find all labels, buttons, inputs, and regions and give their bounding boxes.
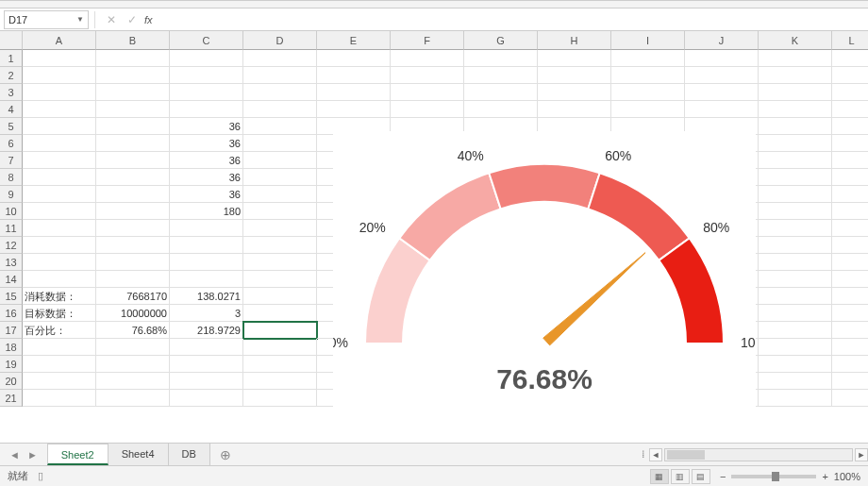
cell-A3[interactable] [23, 84, 96, 101]
fx-label[interactable]: fx [144, 14, 153, 25]
cell-L7[interactable] [832, 152, 868, 169]
cell-A18[interactable] [23, 339, 96, 356]
accept-button[interactable]: ✓ [122, 10, 142, 29]
select-all-corner[interactable] [0, 31, 23, 50]
zoom-level[interactable]: 100% [834, 471, 860, 482]
cell-A6[interactable] [23, 135, 96, 152]
cell-C6[interactable]: 36 [170, 135, 243, 152]
zoom-slider-knob[interactable] [772, 472, 779, 481]
cell-B8[interactable] [96, 169, 170, 186]
column-header[interactable]: E [317, 31, 391, 50]
cell-K9[interactable] [759, 186, 832, 203]
cell-D3[interactable] [243, 84, 317, 101]
add-sheet-button[interactable]: ⊕ [210, 444, 241, 465]
spreadsheet-grid[interactable]: ABCDEFGHIJKL 123456789101112131415161718… [0, 31, 868, 439]
cell-L18[interactable] [832, 339, 868, 356]
cell-C18[interactable] [170, 339, 243, 356]
cell-G3[interactable] [464, 84, 538, 101]
cell-D9[interactable] [243, 186, 317, 203]
cell-C20[interactable] [170, 373, 243, 390]
zoom-out-button[interactable]: − [720, 471, 726, 482]
cell-K15[interactable] [759, 288, 832, 305]
cell-A12[interactable] [23, 237, 96, 254]
cell-L10[interactable] [832, 203, 868, 220]
cell-B19[interactable] [96, 356, 170, 373]
cell-K17[interactable] [759, 322, 832, 339]
cell-C7[interactable]: 36 [170, 152, 243, 169]
cell-L19[interactable] [832, 356, 868, 373]
cell-B11[interactable] [96, 220, 170, 237]
name-box[interactable]: D17 ▼ [4, 10, 89, 29]
cell-E1[interactable] [317, 50, 391, 67]
cell-D4[interactable] [243, 101, 317, 118]
tab-nav-next[interactable]: ► [25, 449, 40, 461]
cell-D8[interactable] [243, 169, 317, 186]
cell-K19[interactable] [759, 356, 832, 373]
cell-C15[interactable]: 138.0271 [170, 288, 243, 305]
cell-I3[interactable] [611, 84, 685, 101]
cell-K8[interactable] [759, 169, 832, 186]
cell-L16[interactable] [832, 305, 868, 322]
row-header[interactable]: 16 [0, 305, 23, 322]
cell-L17[interactable] [832, 322, 868, 339]
cancel-button[interactable]: ✕ [101, 10, 122, 29]
tab-sheet4[interactable]: Sheet4 [108, 444, 169, 465]
cell-I1[interactable] [611, 50, 685, 67]
row-header[interactable]: 5 [0, 118, 23, 135]
cell-D7[interactable] [243, 152, 317, 169]
cell-L12[interactable] [832, 237, 868, 254]
cell-C2[interactable] [170, 67, 243, 84]
row-header[interactable]: 9 [0, 186, 23, 203]
cell-A9[interactable] [23, 186, 96, 203]
cell-G1[interactable] [464, 50, 538, 67]
cell-D5[interactable] [243, 118, 317, 135]
cell-D20[interactable] [243, 373, 317, 390]
tab-db[interactable]: DB [169, 444, 210, 465]
cell-A20[interactable] [23, 373, 96, 390]
cell-B4[interactable] [96, 101, 170, 118]
row-header[interactable]: 20 [0, 373, 23, 390]
cell-J1[interactable] [685, 50, 759, 67]
row-header[interactable]: 11 [0, 220, 23, 237]
column-header[interactable]: C [170, 31, 243, 50]
cell-J3[interactable] [685, 84, 759, 101]
row-header[interactable]: 4 [0, 101, 23, 118]
row-header[interactable]: 17 [0, 322, 23, 339]
cell-C3[interactable] [170, 84, 243, 101]
cell-J2[interactable] [685, 67, 759, 84]
cell-D16[interactable] [243, 305, 317, 322]
cell-D19[interactable] [243, 356, 317, 373]
cell-D1[interactable] [243, 50, 317, 67]
cell-L3[interactable] [832, 84, 868, 101]
cell-C13[interactable] [170, 254, 243, 271]
row-header[interactable]: 12 [0, 237, 23, 254]
cell-L13[interactable] [832, 254, 868, 271]
cell-K1[interactable] [759, 50, 832, 67]
cell-L2[interactable] [832, 67, 868, 84]
cell-K18[interactable] [759, 339, 832, 356]
cell-C1[interactable] [170, 50, 243, 67]
cell-G2[interactable] [464, 67, 538, 84]
cell-B14[interactable] [96, 271, 170, 288]
cell-K14[interactable] [759, 271, 832, 288]
row-header[interactable]: 6 [0, 135, 23, 152]
cell-B16[interactable]: 10000000 [96, 305, 170, 322]
cell-D15[interactable] [243, 288, 317, 305]
cell-A8[interactable] [23, 169, 96, 186]
view-page-break-button[interactable]: ▤ [692, 469, 710, 484]
cell-B6[interactable] [96, 135, 170, 152]
cell-A14[interactable] [23, 271, 96, 288]
cell-B3[interactable] [96, 84, 170, 101]
scroll-thumb[interactable] [667, 450, 705, 460]
cell-A21[interactable] [23, 390, 96, 407]
cell-C17[interactable]: 218.9729 [170, 322, 243, 339]
cell-A10[interactable] [23, 203, 96, 220]
cell-C4[interactable] [170, 101, 243, 118]
row-header[interactable]: 18 [0, 339, 23, 356]
row-header[interactable]: 19 [0, 356, 23, 373]
row-header[interactable]: 21 [0, 390, 23, 407]
cell-F2[interactable] [391, 67, 464, 84]
row-header[interactable]: 1 [0, 50, 23, 67]
cell-C10[interactable]: 180 [170, 203, 243, 220]
cell-A1[interactable] [23, 50, 96, 67]
